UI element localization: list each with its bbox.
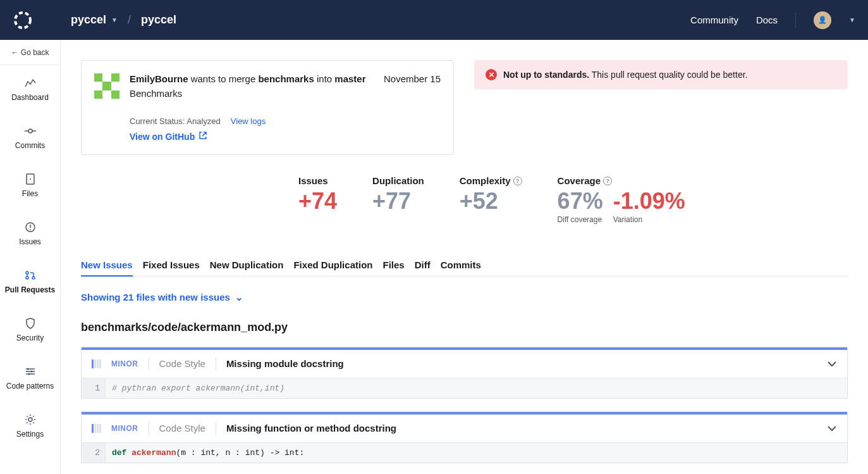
tab-diff[interactable]: Diff: [415, 254, 431, 276]
tab-commits[interactable]: Commits: [441, 254, 481, 276]
breadcrumb-repo[interactable]: pyccel: [141, 13, 176, 27]
svg-rect-21: [111, 73, 119, 82]
user-avatar[interactable]: 👤: [814, 11, 831, 29]
chevron-down-icon[interactable]: [827, 423, 837, 434]
coverage-var-sub: Variation: [613, 215, 685, 224]
sidebar-item-issues[interactable]: Issues: [0, 209, 60, 258]
tabs: New Issues Fixed Issues New Duplication …: [81, 254, 848, 277]
breadcrumb-org[interactable]: pyccel ▼: [71, 13, 118, 27]
sidebar-item-dashboard[interactable]: Dashboard: [0, 65, 60, 113]
nav-divider: [795, 13, 796, 28]
view-logs-link[interactable]: View logs: [231, 116, 266, 126]
pr-merge-line: EmilyBourne wants to merge benchmarks in…: [130, 73, 441, 84]
pr-status-row: Current Status: Analyzed View logs: [130, 116, 441, 126]
svg-point-9: [26, 271, 28, 274]
issue-card: MINOR Code Style Missing function or met…: [81, 411, 848, 463]
issue-message: Missing module docstring: [226, 358, 817, 369]
help-icon[interactable]: ?: [603, 177, 612, 185]
pr-summary-card: EmilyBourne wants to merge benchmarks in…: [81, 60, 454, 155]
divider: [149, 358, 149, 370]
issue-message: Missing function or method docstring: [226, 423, 817, 433]
brand-logo[interactable]: [13, 10, 33, 30]
dashboard-icon: [24, 77, 37, 89]
sidebar-item-settings[interactable]: Settings: [0, 402, 60, 450]
sidebar-item-label: Commits: [15, 141, 45, 150]
pr-branch-from: benchmarks: [258, 73, 314, 84]
help-icon[interactable]: ?: [513, 177, 522, 185]
pr-header-row: EmilyBourne wants to merge benchmarks in…: [81, 60, 848, 155]
svg-point-0: [15, 13, 30, 28]
metric-issues: Issues +74: [298, 175, 337, 224]
sidebar-item-label: Settings: [16, 430, 44, 439]
sidebar-go-back[interactable]: ← Go back: [0, 40, 60, 65]
svg-point-10: [26, 277, 28, 279]
chevron-down-icon[interactable]: [827, 358, 837, 370]
breadcrumb-separator: /: [128, 13, 131, 27]
code-line: def ackermann(m : int, n : int) -> int:: [106, 443, 847, 463]
svg-rect-20: [94, 73, 102, 82]
pr-merge-text: EmilyBourne wants to merge benchmarks in…: [130, 73, 366, 84]
sidebar-item-label: Pull Requests: [5, 285, 55, 294]
nav-docs[interactable]: Docs: [756, 15, 778, 25]
sidebar: ← Go back Dashboard Commits Files Issues…: [0, 40, 61, 474]
issue-category: Code Style: [159, 423, 205, 433]
pr-body: EmilyBourne wants to merge benchmarks in…: [130, 73, 441, 142]
metric-label: Issues: [298, 175, 337, 186]
nav-community[interactable]: Community: [690, 15, 738, 25]
svg-rect-22: [102, 82, 111, 90]
chevron-down-icon: ⌄: [235, 292, 243, 303]
severity-label: MINOR: [111, 424, 138, 433]
external-link-icon: [199, 131, 207, 142]
alert-text: Not up to standards. This pull request q…: [503, 70, 747, 80]
pr-author-avatar: [94, 73, 119, 99]
tab-new-issues[interactable]: New Issues: [81, 254, 133, 277]
tab-new-duplication[interactable]: New Duplication: [210, 254, 284, 276]
breadcrumb-repo-label: pyccel: [141, 13, 176, 27]
sidebar-item-commits[interactable]: Commits: [0, 113, 60, 161]
svg-point-17: [28, 373, 30, 375]
tab-fixed-duplication[interactable]: Fixed Duplication: [293, 254, 372, 276]
pr-status: Current Status: Analyzed: [130, 116, 221, 126]
svg-rect-23: [94, 90, 102, 99]
sidebar-item-pull-requests[interactable]: Pull Requests: [0, 258, 60, 306]
svg-rect-24: [111, 90, 119, 99]
divider: [216, 358, 216, 370]
main-content: EmilyBourne wants to merge benchmarks in…: [61, 40, 868, 474]
svg-point-1: [28, 129, 32, 133]
sidebar-item-label: Code patterns: [6, 382, 54, 390]
view-on-github-link[interactable]: View on GitHub: [130, 131, 441, 142]
breadcrumb-org-label: pyccel: [71, 13, 106, 27]
error-icon: ✕: [486, 69, 497, 80]
metric-value: +77: [372, 189, 424, 214]
coverage-diff-value: 67%: [558, 189, 603, 214]
severity-label: MINOR: [111, 359, 138, 368]
chevron-down-icon[interactable]: ▼: [849, 16, 855, 23]
sidebar-items: Dashboard Commits Files Issues Pull Requ…: [0, 65, 60, 450]
metric-duplication: Duplication +77: [372, 175, 424, 224]
issue-header[interactable]: MINOR Code Style Missing module docstrin…: [82, 350, 847, 378]
metric-label: Complexity ?: [460, 175, 522, 186]
coverage-values: 67% Diff coverage -1.09% Variation: [558, 189, 685, 224]
line-number: 1: [82, 378, 106, 398]
svg-point-15: [27, 368, 28, 370]
pr-title: Benchmarks: [130, 88, 441, 99]
sidebar-item-security[interactable]: Security: [0, 306, 60, 354]
line-number: 2: [82, 443, 106, 463]
pr-author: EmilyBourne: [130, 73, 188, 84]
file-filter-dropdown[interactable]: Showing 21 files with new issues ⌄: [81, 292, 848, 303]
issue-category: Code Style: [159, 358, 205, 369]
issue-card: MINOR Code Style Missing module docstrin…: [81, 347, 848, 399]
severity-icon: [92, 359, 101, 368]
issue-header[interactable]: MINOR Code Style Missing function or met…: [82, 415, 847, 442]
coverage-var-value: -1.09%: [613, 189, 685, 214]
metric-label: Duplication: [372, 175, 424, 186]
metric-coverage: Coverage ? 67% Diff coverage -1.09% Vari…: [558, 175, 685, 224]
tab-fixed-issues[interactable]: Fixed Issues: [143, 254, 200, 276]
code-line: # pythran export ackermann(int,int): [106, 378, 847, 398]
sidebar-item-code-patterns[interactable]: Code patterns: [0, 354, 60, 402]
tab-files[interactable]: Files: [382, 254, 404, 276]
pr-date: November 15: [384, 73, 441, 84]
quality-alert-banner: ✕ Not up to standards. This pull request…: [474, 60, 848, 89]
sidebar-item-files[interactable]: Files: [0, 161, 60, 209]
metric-label: Coverage ?: [558, 175, 685, 186]
